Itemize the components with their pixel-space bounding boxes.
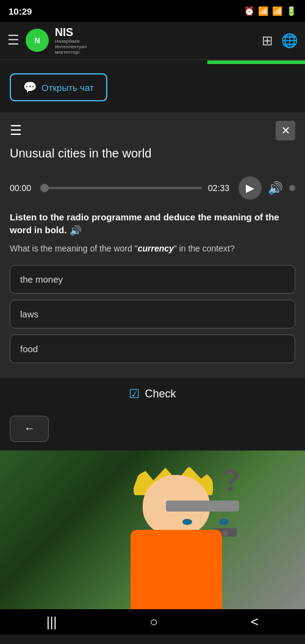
alarm-icon: ⏰: [244, 6, 254, 16]
anime-bg: ? ◎: [0, 450, 305, 609]
chat-btn-label: Открыть чат: [41, 82, 94, 93]
logo-text: NIS НазарбаевИнтеллектуалмектептері: [55, 26, 87, 56]
answer-option-1[interactable]: the money: [10, 265, 295, 294]
nav-arrows: ←: [0, 410, 305, 450]
bottom-nav-menu-icon[interactable]: |||: [46, 614, 57, 630]
check-button[interactable]: ☑ Check: [129, 386, 176, 401]
nav-left: ☰ N NIS НазарбаевИнтеллектуалмектептері: [7, 26, 87, 56]
top-nav: ☰ N NIS НазарбаевИнтеллектуалмектептері …: [0, 22, 305, 60]
question-instruction: Listen to the radio programme and deduce…: [10, 211, 295, 237]
chat-area: 💬 Открыть чат: [0, 65, 305, 112]
chat-icon: 💬: [23, 81, 37, 94]
audio-progress-bar[interactable]: [40, 187, 202, 189]
check-icon: ☑: [129, 386, 140, 401]
logo-inis: NIS: [55, 26, 87, 40]
bottom-nav-home-icon[interactable]: ○: [149, 614, 157, 630]
card-close-button[interactable]: ✕: [276, 121, 295, 140]
naruto-eye-right: [219, 519, 229, 525]
naruto-figure: ? ◎: [112, 463, 246, 609]
globe-icon[interactable]: 🌐: [281, 33, 298, 49]
anime-overlay: ? ◎: [0, 450, 305, 609]
open-chat-button[interactable]: 💬 Открыть чат: [10, 73, 107, 101]
bottom-nav-back-icon[interactable]: <: [251, 614, 259, 630]
volume-icon[interactable]: 🔊: [268, 181, 283, 195]
status-bar: 10:29 ⏰ 📶 📶 🔋: [0, 0, 305, 22]
play-button[interactable]: ▶: [239, 176, 262, 200]
battery-icon: 🔋: [286, 6, 296, 16]
naruto-eye-left: [182, 519, 192, 525]
audio-time-current: 00:00: [10, 183, 34, 193]
question-mark-decoration: ?: [221, 463, 240, 498]
instruction-text: Listen to the radio programme and deduce…: [10, 212, 279, 235]
back-button[interactable]: ←: [10, 416, 49, 442]
play-icon: ▶: [246, 181, 254, 195]
answer-option-3[interactable]: food: [10, 335, 295, 363]
status-time: 10:29: [9, 6, 32, 16]
dot-indicator: [289, 185, 295, 191]
nav-right: ⊞ 🌐: [262, 33, 298, 49]
audio-player: 00:00 02:33 ▶ 🔊: [0, 170, 305, 211]
card-menu-button[interactable]: ☰: [10, 123, 22, 139]
logo-circle: N: [26, 29, 49, 52]
bottom-nav: ||| ○ <: [0, 609, 305, 635]
audio-small-icon[interactable]: 🔊: [70, 225, 82, 236]
question-text: What is the meaning of the word "currenc…: [10, 242, 295, 255]
naruto-head: ◎: [143, 475, 210, 536]
progress-dot: [40, 184, 49, 192]
bold-word: currency: [138, 244, 174, 253]
check-section: ☑ Check: [0, 378, 305, 410]
card-header: ☰ ✕: [0, 112, 305, 147]
hamburger-icon[interactable]: ☰: [7, 32, 20, 48]
naruto-headband: ◎: [166, 501, 239, 512]
logo-subtitle: НазарбаевИнтеллектуалмектептері: [55, 39, 87, 55]
naruto-body: [131, 530, 222, 609]
progress-fill: [207, 60, 305, 64]
progress-strip: [0, 60, 305, 65]
answer-text-2: laws: [20, 309, 38, 319]
question-section: Listen to the radio programme and deduce…: [0, 211, 305, 378]
grid-icon[interactable]: ⊞: [262, 33, 273, 49]
answer-text-1: the money: [20, 274, 63, 284]
check-label: Check: [145, 388, 176, 400]
status-icons: ⏰ 📶 📶 🔋: [244, 6, 296, 16]
logo-initial: N: [34, 36, 40, 45]
wifi-icon: 📶: [258, 6, 268, 16]
answer-option-2[interactable]: laws: [10, 300, 295, 328]
audio-time-total: 02:33: [208, 183, 232, 193]
main-card: ☰ ✕ Unusual cities in the world 00:00 02…: [0, 112, 305, 609]
signal-icon: 📶: [272, 6, 282, 16]
answer-text-3: food: [20, 344, 38, 354]
card-title: Unusual cities in the world: [0, 147, 305, 170]
